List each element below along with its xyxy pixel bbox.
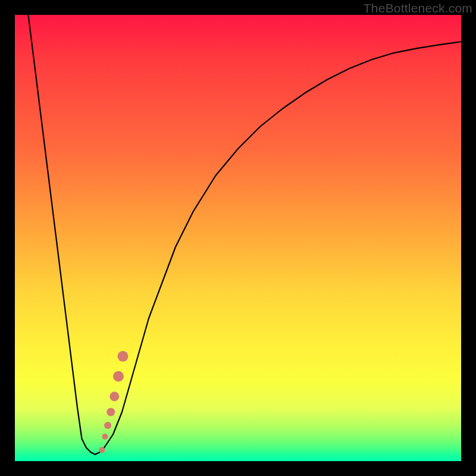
highlight-dot: [104, 422, 111, 429]
highlight-dot: [118, 351, 129, 362]
highlight-dot: [109, 392, 119, 401]
highlight-dot: [113, 371, 124, 382]
bottleneck-curve: [29, 15, 462, 455]
chart-svg: [15, 15, 461, 461]
highlight-dot: [99, 447, 105, 453]
exclamation-dots: [99, 351, 128, 453]
highlight-dot: [102, 434, 108, 440]
watermark-text: TheBottleneck.com: [364, 1, 472, 15]
highlight-dot: [107, 408, 115, 416]
plot-area: [15, 15, 461, 461]
chart-frame: TheBottleneck.com: [0, 0, 476, 476]
